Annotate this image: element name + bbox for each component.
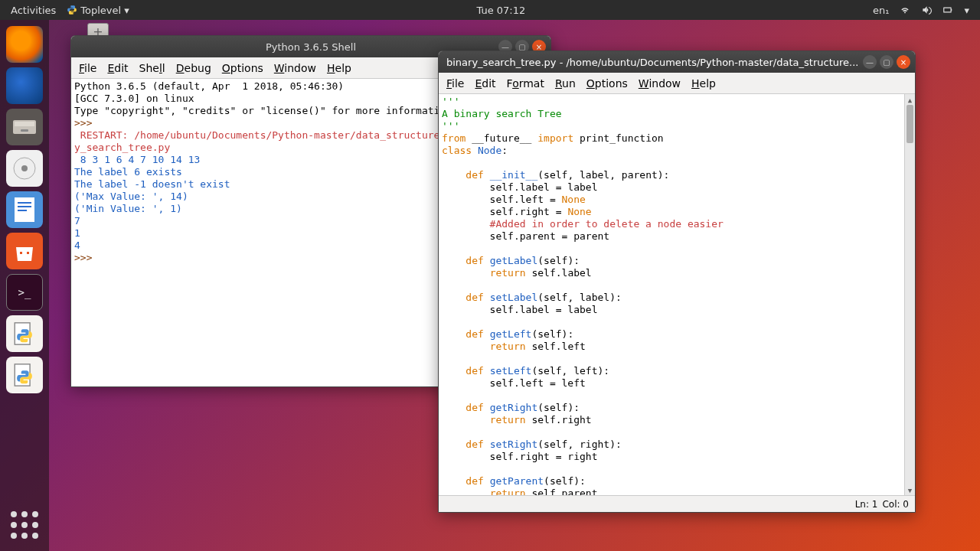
files-launcher[interactable] bbox=[6, 109, 43, 145]
menu-options[interactable]: Options bbox=[586, 77, 628, 90]
svg-point-4 bbox=[21, 165, 28, 171]
rhythmbox-launcher[interactable] bbox=[6, 150, 43, 187]
svg-rect-10 bbox=[27, 252, 29, 254]
network-icon[interactable] bbox=[900, 5, 910, 15]
app-menu-label: Toplevel bbox=[80, 5, 121, 16]
editor-title: binary_search_tree.py - /home/ubuntu/Doc… bbox=[446, 57, 858, 68]
libreoffice-writer-launcher[interactable] bbox=[6, 191, 43, 228]
thunderbird-launcher[interactable] bbox=[6, 67, 43, 104]
scrollbar-up-arrow[interactable]: ▲ bbox=[905, 94, 915, 105]
editor-titlebar[interactable]: binary_search_tree.py - /home/ubuntu/Doc… bbox=[439, 51, 915, 73]
gnome-top-bar: Activities Toplevel ▾ Tue 07:12 en₁ ▾ bbox=[0, 0, 980, 20]
menu-run[interactable]: Run bbox=[555, 77, 576, 90]
show-applications-button[interactable] bbox=[6, 507, 43, 543]
battery-icon[interactable] bbox=[942, 5, 953, 15]
firefox-launcher[interactable] bbox=[6, 26, 43, 63]
idle-editor-window: binary_search_tree.py - /home/ubuntu/Doc… bbox=[438, 51, 916, 513]
minimize-button[interactable]: — bbox=[863, 55, 877, 69]
scrollbar-thumb[interactable] bbox=[906, 105, 913, 143]
ubuntu-dock: >_ bbox=[0, 20, 49, 551]
menu-shell[interactable]: Shell bbox=[139, 62, 165, 74]
shell-title: Python 3.6.5 Shell bbox=[266, 41, 356, 53]
maximize-button[interactable]: ▢ bbox=[880, 55, 893, 69]
menu-file[interactable]: File bbox=[446, 77, 464, 90]
volume-icon[interactable] bbox=[921, 5, 932, 15]
idle-launcher-2[interactable] bbox=[6, 357, 43, 393]
menu-options[interactable]: Options bbox=[222, 62, 263, 74]
svg-rect-7 bbox=[18, 206, 31, 207]
menu-file[interactable]: File bbox=[79, 62, 96, 74]
menu-help[interactable]: Help bbox=[691, 77, 716, 90]
status-line: Ln: 1 bbox=[855, 499, 878, 510]
disc-icon bbox=[11, 155, 38, 181]
input-source[interactable]: en₁ bbox=[873, 5, 889, 16]
editor-statusbar: Ln: 1 Col: 0 bbox=[439, 495, 915, 512]
ubuntu-software-launcher[interactable] bbox=[6, 233, 43, 269]
vertical-scrollbar[interactable]: ▲ ▼ bbox=[904, 94, 915, 495]
menu-debug[interactable]: Debug bbox=[176, 62, 211, 74]
python-file-icon bbox=[11, 321, 38, 347]
app-menu[interactable]: Toplevel ▾ bbox=[67, 5, 129, 16]
svg-rect-2 bbox=[21, 129, 28, 132]
close-button[interactable]: × bbox=[897, 55, 910, 69]
svg-rect-9 bbox=[20, 252, 22, 254]
clock[interactable]: Tue 07:12 bbox=[129, 5, 873, 16]
menu-format[interactable]: Format bbox=[507, 77, 544, 90]
shopping-bag-icon bbox=[11, 240, 38, 262]
menu-window[interactable]: Window bbox=[639, 77, 681, 90]
activities-button[interactable]: Activities bbox=[11, 5, 56, 16]
status-col: Col: 0 bbox=[882, 499, 909, 510]
drawer-icon bbox=[11, 116, 38, 139]
editor-menubar: File Edit Format Run Options Window Help bbox=[439, 73, 915, 94]
menu-edit[interactable]: Edit bbox=[475, 77, 495, 90]
menu-window[interactable]: Window bbox=[274, 62, 316, 74]
editor-content[interactable]: ''' A binary search Tree ''' from __futu… bbox=[439, 94, 915, 495]
document-icon bbox=[13, 196, 36, 223]
svg-rect-8 bbox=[18, 210, 27, 211]
terminal-launcher[interactable]: >_ bbox=[6, 274, 43, 311]
python-icon bbox=[67, 5, 77, 15]
prompt-icon: >_ bbox=[18, 286, 31, 298]
idle-launcher[interactable] bbox=[6, 315, 43, 352]
menu-help[interactable]: Help bbox=[327, 62, 351, 74]
scrollbar-down-arrow[interactable]: ▼ bbox=[905, 484, 915, 495]
python-file-icon bbox=[11, 362, 38, 388]
system-menu-chevron[interactable]: ▾ bbox=[964, 5, 969, 16]
svg-rect-6 bbox=[18, 202, 31, 204]
menu-edit[interactable]: Edit bbox=[107, 62, 128, 74]
svg-rect-1 bbox=[15, 122, 34, 126]
